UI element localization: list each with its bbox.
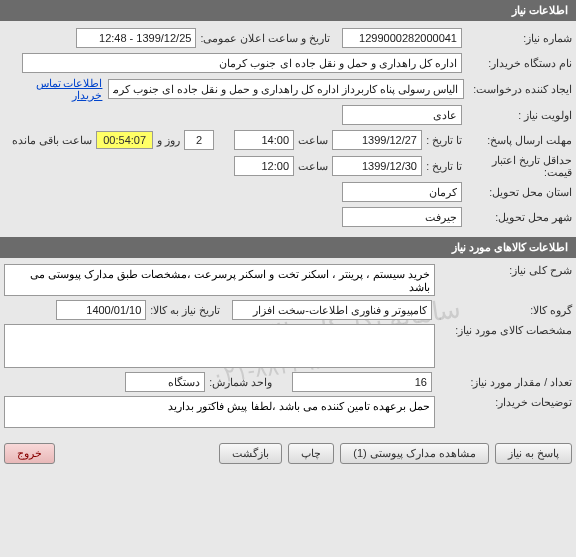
need-number-field [342, 28, 462, 48]
qty-field [292, 372, 432, 392]
deadline-time-label: ساعت [298, 134, 328, 146]
group-field [232, 300, 432, 320]
deadline-time-field [234, 130, 294, 150]
unit-field [125, 372, 205, 392]
deadline-to-label: تا تاریخ : [422, 134, 462, 146]
min-validity-time-field [234, 156, 294, 176]
attachments-button[interactable]: مشاهده مدارک پیوستی (1) [340, 443, 489, 464]
group-label: گروه کالا: [432, 304, 572, 316]
respond-button[interactable]: پاسخ به نیاز [495, 443, 572, 464]
days-field [184, 130, 214, 150]
need-info-header: اطلاعات نیاز [0, 0, 576, 21]
province-field [342, 182, 462, 202]
unit-label: واحد شمارش: [209, 376, 272, 388]
desc-label: شرح کلی نیاز: [435, 264, 572, 276]
buyer-notes-label: توضیحات خریدار: [435, 396, 572, 408]
days-label: روز و [157, 134, 180, 146]
announce-label: تاریخ و ساعت اعلان عمومی: [200, 32, 330, 44]
city-label: شهر محل تحویل: [462, 211, 572, 223]
buyer-org-field [22, 53, 462, 73]
goods-info-body: سامانه تدارکات الکترونیکی دولت ۰۲۱-۸۸۳۴۹… [0, 258, 576, 437]
deadline-label: مهلت ارسال پاسخ: [462, 134, 572, 146]
need-info-body: شماره نیاز: تاریخ و ساعت اعلان عمومی: نا… [0, 21, 576, 237]
priority-field [342, 105, 462, 125]
qty-label: تعداد / مقدار مورد نیاز: [432, 376, 572, 388]
buyer-org-label: نام دستگاه خریدار: [462, 57, 572, 69]
spec-label: مشخصات کالای مورد نیاز: [435, 324, 572, 336]
exit-button[interactable]: خروج [4, 443, 55, 464]
need-number-label: شماره نیاز: [462, 32, 572, 44]
need-by-field [56, 300, 146, 320]
print-button[interactable]: چاپ [288, 443, 334, 464]
priority-label: اولویت نیاز : [462, 109, 572, 121]
buyer-contact-link[interactable]: اطلاعات تماس خریدار [4, 77, 102, 101]
spec-field [4, 324, 435, 368]
min-validity-to-label: تا تاریخ : [422, 160, 462, 172]
requester-field [108, 79, 463, 99]
deadline-date-field [332, 130, 422, 150]
goods-info-header: اطلاعات کالاهای مورد نیاز [0, 237, 576, 258]
remaining-label: ساعت باقی مانده [12, 134, 92, 146]
desc-field [4, 264, 435, 296]
min-validity-time-label: ساعت [298, 160, 328, 172]
buyer-notes-field [4, 396, 435, 428]
min-validity-date-field [332, 156, 422, 176]
button-row: پاسخ به نیاز مشاهده مدارک پیوستی (1) چاپ… [0, 437, 576, 470]
requester-label: ایجاد کننده درخواست: [464, 83, 573, 95]
countdown-timer: 00:54:07 [96, 131, 153, 149]
announce-field [76, 28, 196, 48]
need-by-label: تاریخ نیاز به کالا: [150, 304, 220, 316]
city-field [342, 207, 462, 227]
min-validity-label: حداقل تاریخ اعتبار قیمت: [462, 154, 572, 178]
province-label: استان محل تحویل: [462, 186, 572, 198]
back-button[interactable]: بازگشت [219, 443, 282, 464]
